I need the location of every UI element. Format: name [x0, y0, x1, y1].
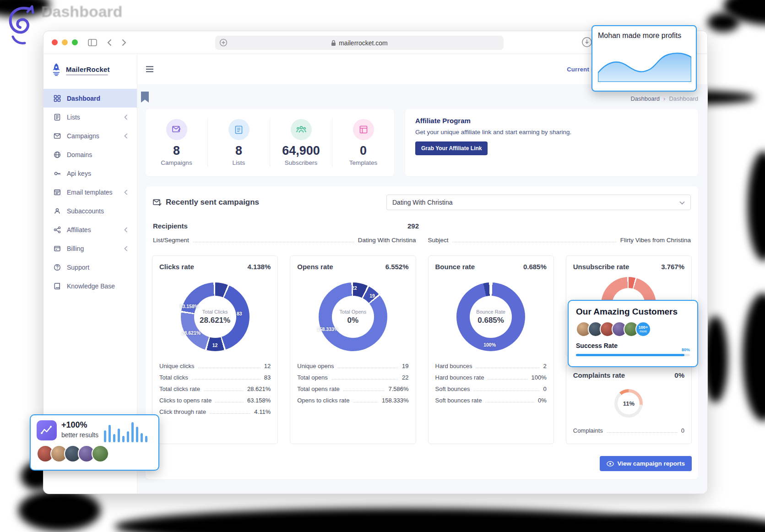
sidebar-item-lists[interactable]: Lists: [43, 108, 137, 126]
campaign-send-icon: [153, 199, 162, 206]
breadcrumb-item: Dashboard: [669, 95, 698, 102]
chevron-icon: [122, 190, 130, 195]
download-icon[interactable]: [581, 37, 592, 49]
sidebar-menu: Dashboard Lists Campaigns Domains: [43, 87, 137, 295]
billing-icon: [54, 245, 61, 252]
stat-label: Lists: [210, 159, 268, 166]
view-campaign-reports-button[interactable]: View campaign reports: [600, 456, 692, 471]
sidebar-toggle-icon[interactable]: [88, 39, 97, 46]
customers-overlay-card: Our Amazing Customers 100+ more Success …: [568, 300, 698, 367]
back-icon[interactable]: [107, 39, 112, 46]
donut-center-label: Bounce Rate: [476, 309, 505, 315]
sidebar-item-dashboard[interactable]: Dashboard: [43, 89, 137, 108]
metric-value: 6.552%: [385, 263, 409, 271]
campaigns-icon: [54, 132, 61, 140]
sidebar-item-support[interactable]: Support: [43, 258, 137, 277]
metric-stat-row: Complaints0: [573, 425, 684, 436]
bookmark-icon[interactable]: [141, 92, 149, 104]
metric-stat-row: Clicks to opens rate63.158%: [159, 395, 271, 406]
sidebar-item-api-keys[interactable]: Api keys: [43, 164, 137, 183]
recipients-label: Recipients: [153, 222, 188, 230]
chevron-down-icon: [679, 199, 685, 206]
url-text: mailerrocket.com: [339, 39, 388, 47]
bounce-rate-card: Bounce rate 0.685% 100% Bounce Rate 0.68…: [428, 255, 554, 444]
address-bar[interactable]: mailerrocket.com: [215, 36, 504, 50]
metric-stat-row: Unique clicks12: [159, 360, 271, 372]
dotted-leader: [193, 242, 354, 242]
ring-label: 28.621%: [182, 330, 201, 336]
brand: MailerRocket: [43, 54, 137, 87]
sidebar-item-label: Email templates: [67, 189, 113, 196]
metric-title: Unsubscribe rate: [573, 263, 629, 271]
close-window-button[interactable]: [52, 39, 58, 45]
sidebar-item-billing[interactable]: Billing: [43, 239, 137, 258]
ink-blob: [743, 293, 765, 421]
results-headline: +100%: [61, 420, 98, 430]
results-bar-chart: [104, 420, 152, 442]
sidebar-item-label: Api keys: [67, 170, 91, 177]
hamburger-icon[interactable]: [146, 66, 154, 72]
success-rate-value: 80%: [682, 347, 690, 352]
metric-stat-row: Total clicks83: [159, 372, 271, 383]
metric-stat-row: Soft bounces rate0%: [435, 395, 547, 406]
results-overlay-card: +100% better results: [30, 414, 159, 471]
ink-blob: [18, 490, 101, 531]
breadcrumb: Dashboard › Dashboard: [146, 91, 698, 106]
metric-title: Complaints rate: [573, 371, 625, 379]
lock-icon: [331, 40, 336, 46]
clicks-donut-chart: 63.158% 83 28.621% 12 Total Clicks 28.62…: [181, 282, 250, 351]
ring-label: 12: [212, 342, 218, 348]
brand-name: MailerRocket: [66, 65, 110, 73]
minimize-window-button[interactable]: [62, 39, 68, 45]
campaign-select[interactable]: Dating With Christina: [386, 195, 691, 210]
metric-stat-row: Total clicks rate28.621%: [159, 383, 271, 395]
recipients-value: 292: [407, 222, 419, 230]
background-title: Dashboard: [41, 3, 123, 21]
metric-stat-row: Unique opens19: [297, 360, 408, 372]
subject-label: Subject: [428, 237, 449, 244]
complaints-donut-chart: 11%: [614, 389, 643, 418]
sidebar-item-campaigns[interactable]: Campaigns: [43, 126, 137, 145]
chevron-icon: [122, 114, 130, 120]
stat-subscribers: 64,900 Subscribers: [270, 118, 332, 167]
sidebar-item-label: Subaccounts: [67, 207, 104, 215]
stat-label: Subscribers: [272, 159, 330, 166]
rocket-logo-icon: [50, 63, 63, 78]
sidebar-item-label: Campaigns: [67, 132, 99, 140]
campaign-stat-icon: [166, 119, 187, 140]
profit-area-chart: [598, 43, 691, 82]
ring-label: 22: [352, 285, 357, 291]
sidebar-item-label: Support: [67, 264, 89, 271]
list-segment-value: Dating With Christina: [358, 237, 416, 244]
lists-icon: [54, 114, 61, 121]
template-icon: [54, 189, 61, 196]
forward-icon[interactable]: [122, 39, 126, 46]
ink-blob: [748, 151, 765, 261]
chevron-icon: [122, 133, 130, 139]
affiliate-subtitle: Get your unique affiliate link and start…: [415, 129, 688, 136]
sidebar-item-domains[interactable]: Domains: [43, 145, 137, 164]
sidebar-item-label: Domains: [67, 151, 92, 158]
sidebar-item-email-templates[interactable]: Email templates: [43, 183, 137, 201]
book-icon: [54, 282, 61, 290]
templates-stat-icon: [353, 119, 374, 140]
dashboard-icon: [54, 95, 61, 102]
grab-affiliate-link-button[interactable]: Grab Your Affiliate Link: [415, 141, 488, 155]
list-stat-icon: [228, 119, 250, 140]
zoom-window-button[interactable]: [72, 39, 78, 45]
page-options-icon[interactable]: [219, 38, 228, 48]
sidebar-item-subaccounts[interactable]: Subaccounts: [43, 201, 137, 220]
stat-lists: 8 Lists: [208, 118, 270, 167]
share-icon: [54, 226, 61, 233]
metric-stat-row: Opens to clicks rate158.333%: [297, 395, 408, 406]
opens-donut-chart: 22 19 158.333% Total Opens 0%: [319, 282, 387, 351]
affiliate-program-card: Affiliate Program Get your unique affili…: [405, 109, 698, 176]
metric-stat-row: Total opens22: [297, 372, 408, 383]
section-title: Recently sent campaigns: [166, 198, 259, 207]
sidebar-item-affiliates[interactable]: Affiliates: [43, 220, 137, 239]
avatar: [92, 445, 109, 462]
breadcrumb-item[interactable]: Dashboard: [630, 95, 660, 102]
list-segment-label: List/Segment: [153, 237, 189, 244]
stat-campaigns: 8 Campaigns: [146, 118, 208, 167]
sidebar-item-knowledge-base[interactable]: Knowledge Base: [43, 277, 137, 295]
